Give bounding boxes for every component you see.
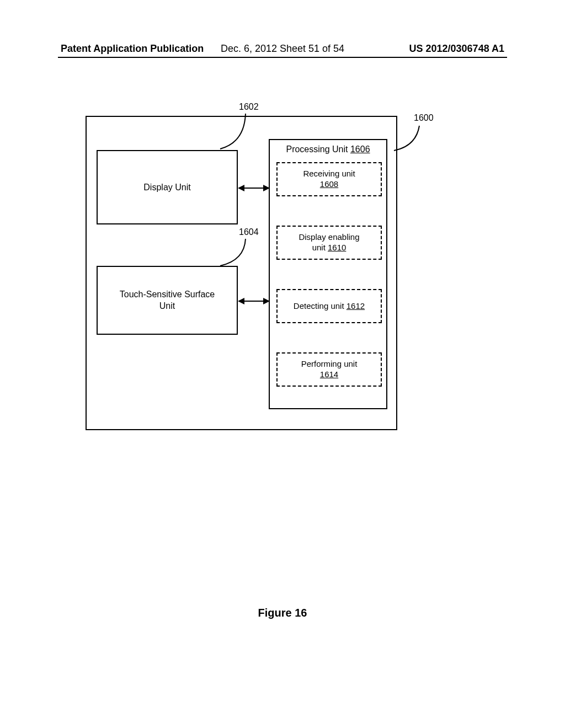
callout-1600-label: 1600 (414, 113, 434, 123)
detecting-unit-box: Detecting unit 1612 (276, 289, 382, 323)
header-left: Patent Application Publication (61, 43, 204, 55)
display-unit-box: Display Unit (97, 150, 238, 224)
display-enabling-unit-num: 1610 (328, 243, 346, 252)
header-right: US 2012/0306748 A1 (409, 43, 504, 55)
receiving-unit-box: Receiving unit 1608 (276, 162, 382, 196)
performing-unit-label: Performing unit (301, 359, 358, 370)
touch-sensitive-surface-unit-box: Touch-Sensitive Surface Unit (97, 266, 238, 335)
device-box: Display Unit Touch-Sensitive Surface Uni… (86, 116, 397, 430)
display-enabling-unit-label: Display enabling unit 1610 (299, 232, 359, 253)
page: Patent Application Publication Dec. 6, 2… (0, 0, 565, 728)
detecting-unit-label: Detecting unit 1612 (294, 301, 365, 312)
arrow-touch-to-processing (239, 301, 269, 302)
callout-1604-label: 1604 (239, 227, 259, 237)
processing-unit-box: Processing Unit 1606 Receiving unit 1608… (269, 139, 387, 409)
performing-unit-box: Performing unit 1614 (276, 352, 382, 387)
receiving-unit-num: 1608 (320, 179, 338, 190)
arrow-display-to-processing (239, 188, 269, 189)
diagram: Display Unit Touch-Sensitive Surface Uni… (86, 102, 417, 433)
touch-unit-label: Touch-Sensitive Surface Unit (120, 289, 215, 312)
callout-1602-label: 1602 (239, 102, 259, 112)
performing-unit-num: 1614 (320, 370, 338, 380)
header-center: Dec. 6, 2012 Sheet 51 of 54 (221, 43, 344, 55)
receiving-unit-label: Receiving unit (303, 169, 355, 179)
header-rule (58, 57, 507, 58)
processing-unit-num: 1606 (350, 144, 370, 154)
display-unit-label: Display Unit (143, 183, 190, 192)
processing-unit-label: Processing Unit (286, 144, 350, 154)
processing-unit-title: Processing Unit 1606 (270, 144, 386, 154)
detecting-unit-num: 1612 (347, 301, 365, 311)
display-enabling-unit-box: Display enabling unit 1610 (276, 226, 382, 260)
figure-caption: Figure 16 (0, 607, 565, 619)
